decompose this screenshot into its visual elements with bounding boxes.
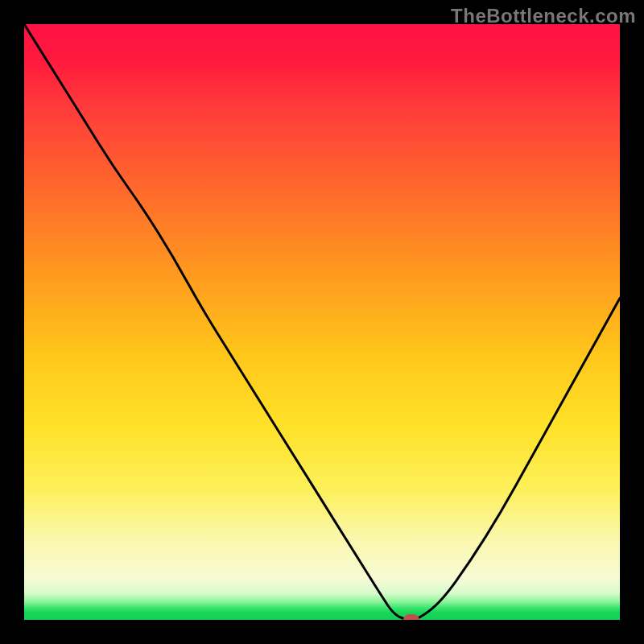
plot-area bbox=[24, 24, 620, 620]
bottleneck-curve bbox=[24, 24, 620, 620]
watermark-text: TheBottleneck.com bbox=[451, 5, 636, 27]
curve-path bbox=[24, 24, 620, 620]
minimum-marker bbox=[403, 614, 419, 620]
chart-frame: TheBottleneck.com bbox=[0, 0, 644, 644]
